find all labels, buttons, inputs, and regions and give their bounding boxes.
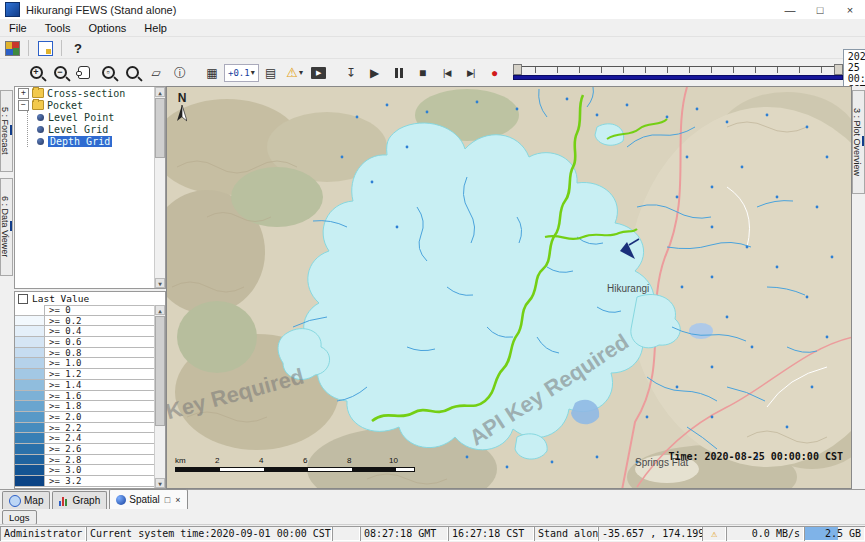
- collapse-toggle-icon[interactable]: −: [18, 100, 29, 111]
- compass: N: [177, 91, 187, 123]
- app-icon: [5, 2, 20, 17]
- status-system-time: Current system time:2020-09-01 00:00 CST: [86, 526, 332, 541]
- right-tab-strip: 3 : Plot Overview: [852, 86, 865, 489]
- step-back-button[interactable]: |◀: [436, 62, 458, 84]
- zoom-out-button[interactable]: −: [49, 62, 71, 84]
- play-button[interactable]: ▶: [364, 62, 386, 84]
- menu-item-tools[interactable]: Tools: [36, 22, 80, 34]
- legend-color-swatch: [15, 391, 45, 401]
- legend-row: >= 1.4: [15, 380, 155, 391]
- timestep-document-button[interactable]: ▤: [260, 62, 282, 84]
- warning-threshold-button[interactable]: ⚠ ▾: [284, 62, 306, 84]
- record-button[interactable]: ●: [484, 62, 506, 84]
- legend-row: >= 0.2: [15, 316, 155, 327]
- legend-row: >= 2.8: [15, 455, 155, 466]
- plot-overview-tab-icon: [862, 136, 864, 146]
- legend-row-label: >= 1.4: [45, 380, 82, 390]
- scroll-thumb[interactable]: [155, 316, 165, 426]
- legend-color-swatch: [15, 433, 45, 443]
- legend-color-swatch: [15, 444, 45, 454]
- tree-item-level-grid[interactable]: Level Grid: [28, 123, 165, 135]
- tab-spatial-label: Spatial: [129, 494, 160, 505]
- pan-hand-icon: [78, 66, 90, 79]
- timeline-right-handle[interactable]: [834, 64, 843, 75]
- legend-color-swatch: [15, 358, 45, 368]
- scroll-down-arrow[interactable]: ▼: [155, 478, 165, 488]
- status-coordinates: -35.657 , 174.199: [598, 526, 702, 541]
- title-bar: Hikurangi FEWS (Stand alone) — □ ×: [0, 0, 865, 20]
- legend-color-swatch: [15, 369, 45, 379]
- tree-item-level-point[interactable]: Level Point: [28, 111, 165, 123]
- menu-item-help[interactable]: Help: [135, 22, 176, 34]
- left-tab-strip: 5 : Forecast 6 : Data Viewer: [0, 86, 14, 489]
- scroll-up-arrow[interactable]: ▲: [155, 305, 165, 315]
- pan-button[interactable]: [73, 62, 95, 84]
- tab-float-button[interactable]: □: [165, 495, 170, 505]
- tab-spatial[interactable]: Spatial □ ×: [109, 489, 187, 509]
- scale-tick: 6: [303, 456, 307, 465]
- set-current-time-button[interactable]: ↧: [340, 62, 362, 84]
- grid-display-button[interactable]: [34, 37, 56, 59]
- animation-button[interactable]: ▶: [308, 62, 330, 84]
- tree-item-pocket[interactable]: − Pocket: [15, 99, 165, 111]
- zoom-rectangle-button[interactable]: ▫: [97, 62, 119, 84]
- logs-button[interactable]: Logs: [2, 510, 37, 525]
- zoom-extent-icon: [126, 66, 139, 79]
- legend-panel: Last Value >= 0 >= 0.2 >= 0.4 >= 0.6 >= …: [14, 291, 166, 489]
- sidebar-tab-data-viewer[interactable]: 6 : Data Viewer: [0, 178, 13, 276]
- legend-row: >= 2.0: [15, 412, 155, 423]
- maximize-button[interactable]: □: [805, 0, 835, 19]
- scale-tick-labels: km 2 4 6 8 10: [175, 456, 415, 467]
- legend-row: >= 0.4: [15, 326, 155, 337]
- status-warning-icon[interactable]: ⚠: [702, 526, 726, 541]
- forecast-tab-icon: [10, 125, 12, 135]
- step-forward-button[interactable]: ▶|: [460, 62, 482, 84]
- pause-button[interactable]: [388, 62, 410, 84]
- layers-button[interactable]: ▱: [145, 62, 167, 84]
- info-icon: ⓘ: [174, 67, 186, 79]
- legend-color-swatch: [15, 348, 45, 358]
- scale-tick: 2: [215, 456, 219, 465]
- scale-unit-label: km: [175, 456, 186, 465]
- tree-scrollbar[interactable]: ▲ ▼: [154, 87, 165, 288]
- tree-item-depth-grid[interactable]: Depth Grid: [28, 135, 165, 147]
- tree-item-label: Cross-section: [47, 88, 125, 99]
- toolbar-separator: [28, 40, 29, 56]
- stop-button[interactable]: ■: [412, 62, 434, 84]
- sidebar-tab-forecast[interactable]: 5 : Forecast: [0, 90, 13, 172]
- grid-overlay-button[interactable]: ▦: [201, 62, 223, 84]
- zoom-in-button[interactable]: +: [25, 62, 47, 84]
- zoom-extent-button[interactable]: [121, 62, 143, 84]
- tab-map[interactable]: Map: [2, 491, 50, 509]
- last-value-checkbox[interactable]: [18, 294, 28, 304]
- menu-item-options[interactable]: Options: [79, 22, 135, 34]
- scroll-down-arrow[interactable]: ▼: [155, 278, 165, 288]
- legend-row-label: >= 0.6: [45, 337, 82, 347]
- help-button[interactable]: ?: [67, 37, 89, 59]
- menu-item-file[interactable]: File: [0, 22, 36, 34]
- interval-selector[interactable]: +0.1 ▾: [224, 64, 259, 82]
- legend-row: >= 0: [15, 305, 155, 316]
- close-button[interactable]: ×: [835, 0, 865, 19]
- menu-bar: File Tools Options Help: [0, 19, 865, 36]
- timeline-left-handle[interactable]: [513, 64, 522, 75]
- info-button[interactable]: ⓘ: [169, 62, 191, 84]
- minimize-button[interactable]: —: [775, 0, 805, 19]
- tree-item-cross-section[interactable]: + Cross-section: [15, 87, 165, 99]
- scroll-up-arrow[interactable]: ▲: [155, 87, 165, 97]
- expand-toggle-icon[interactable]: +: [18, 88, 29, 99]
- timeline-slider[interactable]: [513, 64, 843, 82]
- scale-tick: 8: [347, 456, 351, 465]
- main-toolbar: ?: [0, 36, 865, 59]
- legend-header: Last Value: [15, 292, 165, 306]
- sidebar-tab-plot-overview[interactable]: 3 : Plot Overview: [852, 90, 865, 194]
- scroll-thumb[interactable]: [155, 98, 165, 158]
- tab-graph[interactable]: Graph: [52, 491, 107, 509]
- legend-row-label: >= 0.2: [45, 316, 82, 326]
- map-view[interactable]: API Key Required API Key Required N Hiku…: [166, 86, 852, 489]
- step-forward-icon: ▶|: [467, 68, 474, 78]
- layer-node-icon: [37, 138, 44, 145]
- legend-scrollbar[interactable]: ▲ ▼: [154, 305, 165, 488]
- database-display-button[interactable]: [1, 37, 23, 59]
- tab-close-button[interactable]: ×: [175, 495, 180, 505]
